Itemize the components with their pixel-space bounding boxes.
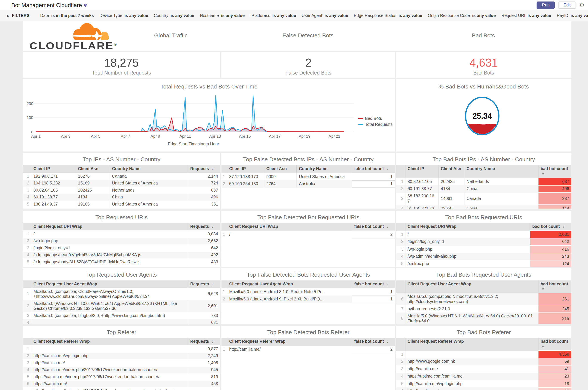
col-header-client-ip[interactable]: Client IP [405,165,438,178]
cell-false-bot-count: 1 [352,180,395,188]
col-header-country-name[interactable]: Country Name [296,165,352,173]
col-header-country-name[interactable]: Country Name [464,165,538,178]
tile-title: Top False Detected Bots IPs - AS Number … [221,156,395,165]
legend-item-bad-bots[interactable]: Bad Bots [358,116,392,120]
col-header-bad-bot-count[interactable]: bad bot count ∨ [538,281,572,293]
col-header-client-request-uri-wrap[interactable]: Client Request URI Wrap [405,223,530,231]
sort-arrow-icon[interactable]: ∨ [386,282,389,286]
row-number: 1 [396,350,405,358]
filter-chip-ip-address[interactable]: IP address is any value [250,13,296,18]
sort-arrow-icon[interactable]: ∨ [211,282,214,286]
tile-top-false-bot-referer: Top False Detected Bots Referer Client R… [221,326,395,390]
gauge-bad-bots-pct: % Bad Bots vs Humans&Good Bots 25.34 [396,79,571,152]
filter-chip-date[interactable]: Date is in the past 7 weeks [40,13,94,18]
col-header-client-request-user-agent-wrap[interactable]: Client Request User Agent Wrap [227,281,352,288]
col-header-client-request-user-agent-wrap[interactable]: Client Request User Agent Wrap [405,281,538,293]
col-header-client-asn[interactable]: Client Asn [76,165,109,173]
sort-arrow-icon[interactable]: ∨ [542,287,544,291]
cell-client-request-referer-wrap: http://camilia.me [405,365,538,373]
gear-icon[interactable]: ⚙ [579,1,584,8]
col-header-client-request-uri-wrap[interactable]: Client Request URI Wrap [227,223,352,231]
col-header-client-ip[interactable]: Client IP [31,165,76,173]
sort-arrow-icon[interactable]: ∨ [562,225,565,229]
col-header-requests[interactable]: Requests ∨ [188,281,220,288]
filter-chip-user-agent[interactable]: User Agent is any value [302,13,348,18]
tile-top-bad-bot-user-agents: Top Bad Bots Requested User Agents Clien… [396,268,571,324]
tile-top-false-bot-uris: Top False Detected Bot Requested URIs Cl… [221,211,395,267]
sort-arrow-icon[interactable]: ∨ [211,225,214,229]
cell-country-name: China [464,205,538,208]
table-row: 5/cdn-cgi/apps/body/3Lh52SjWTQ4HRlErJykH… [23,259,220,266]
filter-chip-device-type[interactable]: Device Type is any value [99,13,148,18]
col-header-false-bot-count[interactable]: false bot count ∨ [352,338,395,345]
col-header-client-request-user-agent-wrap[interactable]: Client Request User Agent Wrap [31,281,188,288]
filter-chip-request-uri[interactable]: Request URI is any value [501,13,551,18]
row-number: 4 [23,251,31,259]
row-number: 1 [221,345,227,353]
col-header-requests[interactable]: Requests ∨ [188,223,220,230]
col-header-client-request-referer-wrap[interactable]: Client Request Referer Wrap [31,338,188,345]
legend-color-swatch [358,124,363,125]
filters-toggle[interactable]: ▶FILTERS [7,13,30,18]
column-title-false-detected-bots: False Detected Bots [282,32,334,39]
col-header-client-request-referer-wrap[interactable]: Client Request Referer Wrap [227,338,352,345]
row-num-header [221,338,227,345]
cell-requests: 945 [188,366,220,374]
row-number: 5 [23,200,31,208]
sort-arrow-icon[interactable]: ∨ [542,345,544,348]
edit-button[interactable]: Edit [558,1,576,8]
col-header-client-ip[interactable]: Client IP [227,165,264,173]
cell-client-asn: 202425 [76,187,109,194]
filter-chip-origin-response-code[interactable]: Origin Response Code is any value [428,13,496,18]
col-header-bad-bot-count[interactable]: bad bot count ∨ [530,223,572,231]
x-tick: Apr 7 [117,134,134,138]
table-row: 5/xmlrpc.php124 [396,260,571,267]
col-header-client-asn[interactable]: Client Asn [264,165,296,173]
gauge-value: 25.34 [472,112,492,120]
table-row: 6http://camilia.me/11 [396,388,571,390]
dashboard-title: Bot Management Cloudflare♥ [11,2,87,8]
cell-client-request-referer-wrap: http://camilia.me/ [227,345,352,353]
col-header-requests[interactable]: Requests ∨ [188,165,220,173]
col-header-country-name[interactable]: Country Name [109,165,188,173]
col-header-false-bot-count[interactable]: false bot count ∨ [352,165,395,173]
col-header-bad-bot-count[interactable]: bad bot count ∨ [538,338,572,350]
row-num-header [396,165,405,178]
run-button[interactable]: Run [537,1,555,8]
x-tick: Apr 17 [266,134,283,138]
table-row: 5http://camilia.me/wp-login.php18 [396,380,571,387]
col-header-bad-bot-count[interactable]: bad bot count ∨ [538,165,572,178]
sort-arrow-icon[interactable]: ∨ [542,172,544,176]
filter-chip-rayid[interactable]: RayID is any value [557,13,588,18]
cell-client-request-user-agent-wrap: Mozilla/5.0 (Linux; Android 9; Pixel 2 X… [227,295,352,303]
sort-arrow-icon[interactable]: ∨ [211,167,214,171]
row-number: 4 [396,253,405,260]
line-chart-plot [23,79,395,152]
filter-chip-hostname[interactable]: Hostname is any value [200,13,245,18]
sort-arrow-icon[interactable]: ∨ [211,340,214,343]
col-header-false-bot-count[interactable]: false bot count ∨ [352,223,395,231]
cell-requests: 2,652 [188,238,220,244]
col-header-client-asn[interactable]: Client Asn [438,165,464,178]
table-row: 1Mozilla/5.0 (compatible; CloudFlare-Alw… [23,288,220,300]
sort-arrow-icon[interactable]: ∨ [386,167,389,171]
filter-chip-edge-response-status[interactable]: Edge Response Status is any value [354,13,422,18]
cell-country-name: United States of America [109,180,188,187]
table-row: 1/3,084 [23,230,220,238]
sort-arrow-icon[interactable]: ∨ [386,225,389,229]
sort-arrow-icon[interactable]: ∨ [386,340,389,343]
cell-client-asn: 4134 [438,185,464,193]
filter-chip-country[interactable]: Country is any value [154,13,194,18]
cloudflare-cloud-icon [65,22,114,41]
gauge-title: % Bad Bots vs Humans&Good Bots [396,83,571,90]
col-header-client-request-uri-wrap[interactable]: Client Request URI Wrap [31,223,188,230]
table-row: 14,359 [396,350,571,358]
row-number: 2 [396,185,405,193]
cell-bad-bot-count: 245 [538,305,572,312]
legend-item-total-requests[interactable]: Total Requests [358,122,392,127]
cell-client-ip: 37.120.138.173 [227,173,264,180]
col-header-requests[interactable]: Requests ∨ [188,338,220,345]
col-header-client-request-referer-wrap[interactable]: Client Request Referer Wrap [405,338,538,350]
col-header-false-bot-count[interactable]: false bot count ∨ [352,281,395,288]
cell-client-request-uri-wrap: /login/?login_only=1 [405,238,530,245]
